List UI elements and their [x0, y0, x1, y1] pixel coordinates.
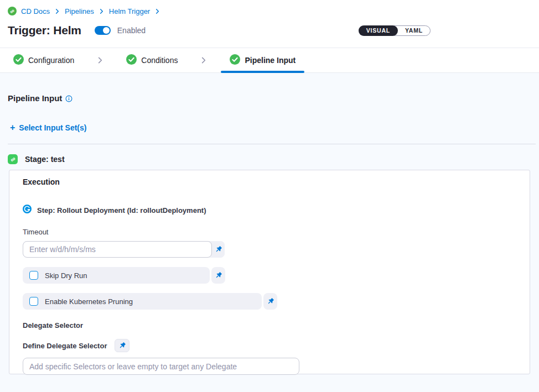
chevron-right-icon: [54, 8, 60, 14]
section-divider: [8, 144, 536, 144]
tab-label: Pipeline Input: [245, 56, 296, 65]
chevron-right-icon: [99, 8, 105, 14]
skip-dry-run-field[interactable]: Skip Dry Run: [23, 267, 210, 284]
enable-kubernetes-pruning-checkbox[interactable]: [29, 297, 38, 306]
select-input-sets-link[interactable]: Select Input Set(s): [10, 123, 86, 132]
tab-label: Configuration: [28, 56, 74, 65]
step-row: Step: Rollout Deployment (Id: rolloutDep…: [23, 205, 516, 216]
rollout-step-icon: [23, 205, 32, 216]
stage-cd-icon: [8, 154, 18, 164]
timeout-field-group: [23, 241, 225, 258]
breadcrumb-helm-trigger[interactable]: Helm Trigger: [109, 7, 150, 15]
runtime-input-pin-button[interactable]: [115, 339, 129, 352]
runtime-input-pin-icon[interactable]: [212, 241, 225, 258]
select-input-sets-label: Select Input Set(s): [19, 123, 86, 132]
enabled-label: Enabled: [117, 26, 146, 35]
delegate-selectors-input[interactable]: [23, 358, 299, 375]
tab-conditions[interactable]: Conditions: [117, 48, 186, 72]
tab-configuration[interactable]: Configuration: [4, 48, 83, 72]
define-delegate-selector-label: Define Delegate Selector: [23, 342, 107, 350]
stage-label: Stage: test: [25, 155, 65, 164]
breadcrumb-cd-docs[interactable]: CD Docs: [21, 7, 50, 15]
wizard-tabbar: Configuration Conditions Pipeline Input: [0, 48, 539, 73]
breadcrumb: CD Docs Pipelines Helm Trigger: [8, 7, 531, 15]
check-circle-icon: [13, 54, 24, 66]
enable-kubernetes-pruning-row: Enable Kubernetes Pruning: [23, 293, 516, 310]
step-label: Step: Rollout Deployment (Id: rolloutDep…: [37, 206, 206, 215]
execution-heading: Execution: [23, 177, 516, 186]
trigger-details-page: CD Docs Pipelines Helm Trigger Trigger: …: [0, 0, 539, 392]
page-title: Trigger: Helm: [8, 24, 81, 37]
runtime-input-pin-icon[interactable]: [211, 267, 225, 284]
tab-pipeline-input[interactable]: Pipeline Input: [221, 48, 304, 72]
enable-kubernetes-pruning-field[interactable]: Enable Kubernetes Pruning: [23, 293, 262, 310]
execution-card: Execution Step: Rollout Deployment (Id: …: [9, 170, 530, 374]
delegate-selector-label: Delegate Selector: [23, 321, 516, 330]
tab-label: Conditions: [141, 56, 178, 65]
chevron-right-icon: [154, 8, 160, 14]
pipeline-input-panel: Pipeline Input Select Input Set(s) Stage…: [0, 73, 539, 392]
check-circle-icon: [230, 54, 240, 66]
info-icon[interactable]: [65, 95, 72, 102]
skip-dry-run-checkbox[interactable]: [29, 271, 38, 280]
chevron-right-icon: [200, 48, 208, 72]
visual-yaml-switch: VISUAL YAML: [359, 25, 431, 36]
timeout-label: Timeout: [23, 228, 516, 236]
visual-mode-button[interactable]: VISUAL: [359, 25, 398, 36]
page-header: CD Docs Pipelines Helm Trigger Trigger: …: [0, 0, 539, 48]
enabled-toggle[interactable]: [95, 26, 111, 35]
checkbox-label: Enable Kubernetes Pruning: [45, 297, 133, 306]
define-delegate-selector-row: Define Delegate Selector: [23, 339, 516, 352]
toggle-knob: [103, 27, 110, 34]
check-circle-icon: [126, 54, 137, 66]
yaml-mode-button[interactable]: YAML: [398, 25, 430, 36]
plus-icon: [10, 123, 15, 132]
pipeline-input-heading: Pipeline Input: [8, 93, 62, 103]
skip-dry-run-row: Skip Dry Run: [23, 267, 516, 284]
harness-cd-icon: [8, 7, 17, 15]
checkbox-label: Skip Dry Run: [45, 271, 87, 280]
title-row: Trigger: Helm Enabled VISUAL YAML: [8, 24, 531, 37]
stage-header[interactable]: Stage: test: [8, 154, 531, 164]
chevron-right-icon: [96, 48, 104, 72]
timeout-input[interactable]: [23, 241, 212, 258]
runtime-input-pin-icon[interactable]: [263, 293, 277, 310]
breadcrumb-pipelines[interactable]: Pipelines: [65, 7, 94, 15]
